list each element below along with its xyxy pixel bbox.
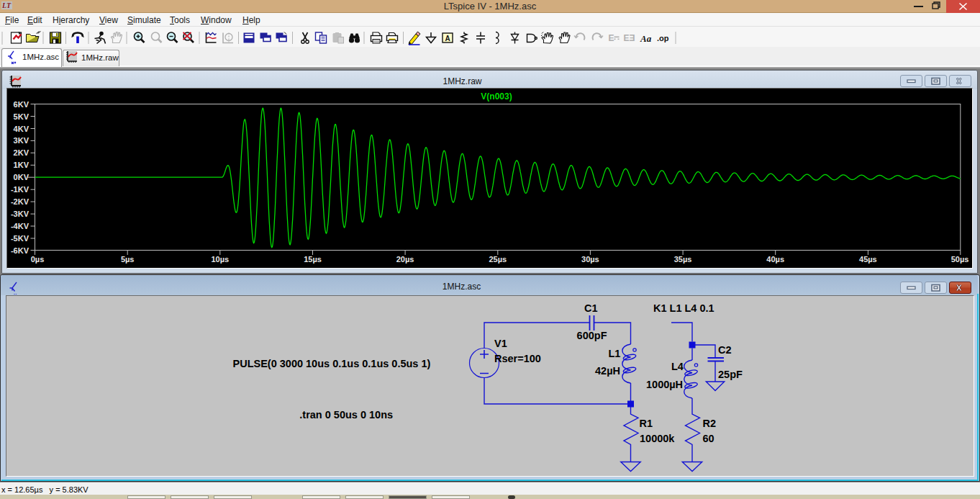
svg-text:30µs: 30µs <box>581 255 599 264</box>
svg-text:-5KV: -5KV <box>11 234 30 243</box>
svg-text:40µs: 40µs <box>766 255 784 264</box>
svg-text:-1KV: -1KV <box>11 185 30 194</box>
svg-text:25µs: 25µs <box>489 255 507 264</box>
svg-text:42µH: 42µH <box>595 364 620 376</box>
svg-text:R2: R2 <box>702 417 716 428</box>
svg-text:-4KV: -4KV <box>11 222 30 230</box>
svg-text:10000k: 10000k <box>640 433 675 444</box>
svg-text:2KV: 2KV <box>14 148 30 157</box>
svg-text:-6KV: -6KV <box>11 246 30 255</box>
svg-text:V1: V1 <box>494 338 507 349</box>
svg-text:10µs: 10µs <box>211 255 229 264</box>
svg-text:L1: L1 <box>608 348 620 359</box>
svg-text:C1: C1 <box>584 302 598 314</box>
svg-text:A: A <box>445 35 450 42</box>
svg-text:.tran 0 50us 0 10ns: .tran 0 50us 0 10ns <box>299 409 393 421</box>
svg-text:L4: L4 <box>671 360 684 372</box>
svg-text:C2: C2 <box>718 343 732 355</box>
svg-text:V(n003): V(n003) <box>481 91 512 102</box>
svg-text:Ǝ: Ǝ <box>630 33 635 43</box>
svg-text:1KV: 1KV <box>14 161 30 169</box>
svg-text:-3KV: -3KV <box>11 210 30 218</box>
svg-text:60: 60 <box>702 433 714 444</box>
svg-text:0KV: 0KV <box>14 173 30 181</box>
svg-text:E: E <box>609 33 614 43</box>
svg-text:.op: .op <box>657 34 669 42</box>
svg-text:LT: LT <box>1 1 12 9</box>
svg-text:PULSE(0 3000 10us 0.1us 0.1us: PULSE(0 3000 10us 0.1us 0.1us 0.5us 1) <box>232 357 430 369</box>
svg-text:Aa: Aa <box>640 33 652 44</box>
svg-text:5µs: 5µs <box>121 255 135 264</box>
svg-text:-2KV: -2KV <box>11 197 30 206</box>
svg-text:4KV: 4KV <box>14 125 30 133</box>
svg-text:15µs: 15µs <box>304 255 322 264</box>
svg-text:3KV: 3KV <box>14 136 30 145</box>
svg-text:45µs: 45µs <box>859 255 877 264</box>
svg-text:25pF: 25pF <box>718 368 743 379</box>
svg-text:R1: R1 <box>639 417 653 428</box>
svg-text:600pF: 600pF <box>576 330 607 341</box>
svg-text:50µs: 50µs <box>951 255 969 264</box>
svg-text:0µs: 0µs <box>31 255 45 264</box>
svg-text:Rser=100: Rser=100 <box>494 352 541 364</box>
svg-text:6KV: 6KV <box>14 100 30 109</box>
svg-text:35µs: 35µs <box>674 255 692 264</box>
svg-text:1000µH: 1000µH <box>646 378 683 390</box>
svg-text:20µs: 20µs <box>396 255 414 264</box>
svg-text:E: E <box>624 33 630 43</box>
svg-text:5KV: 5KV <box>14 112 30 121</box>
svg-text:K1 L1 L4 0.1: K1 L1 L4 0.1 <box>653 302 714 313</box>
